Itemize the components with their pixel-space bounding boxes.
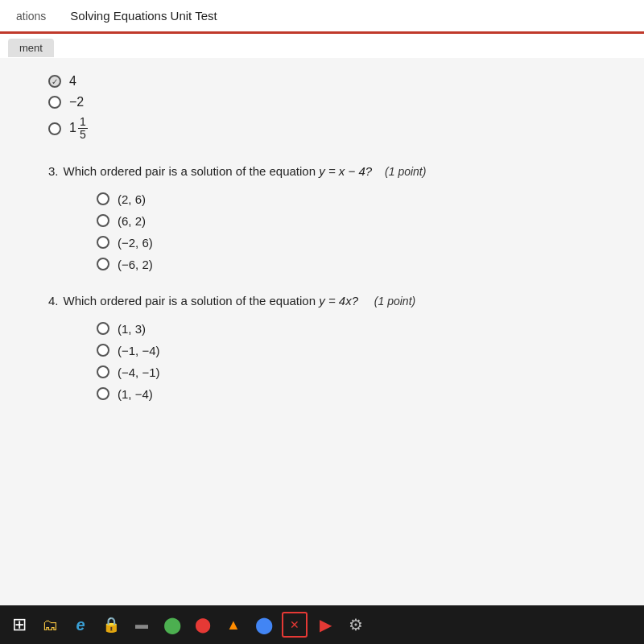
list-item[interactable]: −2	[48, 95, 596, 109]
radio-button[interactable]	[97, 365, 109, 378]
option-q3-c[interactable]: (−2, 6)	[97, 236, 596, 250]
previous-answers: ✓ 4 −2 1 1 5	[48, 74, 596, 142]
option-text: (−1, −4)	[118, 344, 160, 357]
option-q3-d[interactable]: (−6, 2)	[97, 258, 596, 271]
gear-icon[interactable]: ⚙	[343, 612, 369, 638]
question-3: 3. Which ordered pair is a solution of t…	[48, 164, 596, 271]
option-q3-a[interactable]: (2, 6)	[97, 192, 596, 206]
question-body: Which ordered pair is a solution of the …	[64, 294, 416, 308]
content-area: ✓ 4 −2 1 1 5 3. Which ordered pair is a …	[0, 58, 644, 630]
list-item[interactable]: 1 1 5	[48, 116, 596, 142]
radio-button[interactable]	[97, 214, 109, 227]
youtube-icon[interactable]: ▶	[312, 612, 338, 638]
option-text: (−2, 6)	[118, 236, 153, 250]
radio-button[interactable]	[97, 192, 109, 205]
option-q4-b[interactable]: (−1, −4)	[97, 344, 596, 357]
option-text: (1, 3)	[118, 322, 146, 336]
red-circle-icon[interactable]: ⬤	[190, 612, 216, 638]
option-q3-b[interactable]: (6, 2)	[97, 214, 596, 228]
numerator: 1	[78, 116, 88, 129]
denominator: 5	[78, 129, 88, 141]
radio-button[interactable]	[97, 322, 109, 335]
close-x-icon[interactable]: ✕	[282, 612, 308, 638]
answer-text: 1 1 5	[69, 116, 88, 142]
option-text: (6, 2)	[118, 214, 146, 228]
xbox-icon[interactable]: ⬤	[159, 612, 185, 638]
equation: y = x − 4?	[319, 164, 375, 178]
radio-button[interactable]	[97, 236, 109, 249]
point-label: (1 point)	[365, 295, 415, 308]
edge-icon[interactable]: e	[68, 612, 93, 638]
ment-tab[interactable]: ment	[8, 39, 54, 57]
question-4-text: 4. Which ordered pair is a solution of t…	[48, 294, 596, 308]
option-text: (2, 6)	[118, 192, 146, 206]
option-text: (1, −4)	[118, 387, 153, 401]
point-label: (1 point)	[378, 165, 426, 178]
question-4: 4. Which ordered pair is a solution of t…	[48, 294, 596, 401]
question-body: Which ordered pair is a solution of the …	[64, 164, 427, 178]
option-q4-c[interactable]: (−4, −1)	[97, 365, 596, 379]
triangle-icon[interactable]: ▲	[221, 612, 246, 638]
answer-text: 4	[69, 74, 76, 89]
lock-icon[interactable]: 🔒	[98, 612, 124, 638]
option-q4-d[interactable]: (1, −4)	[97, 387, 596, 401]
equation: y = 4x?	[319, 294, 361, 308]
radio-button[interactable]	[97, 258, 109, 270]
option-text: (−6, 2)	[118, 258, 153, 271]
radio-button[interactable]	[48, 122, 61, 135]
radio-button[interactable]	[48, 96, 61, 109]
top-strip: ment	[0, 34, 644, 58]
page-title: Solving Equations Unit Test	[70, 9, 217, 23]
question-3-text: 3. Which ordered pair is a solution of t…	[48, 164, 596, 178]
list-item: ✓ 4	[48, 74, 596, 89]
answer-text: −2	[69, 95, 84, 109]
option-q4-a[interactable]: (1, 3)	[97, 322, 596, 336]
checkmark-icon: ✓	[48, 75, 61, 88]
radio-button[interactable]	[97, 344, 109, 357]
chrome-icon[interactable]: ⬤	[251, 612, 277, 638]
taskbar: ⊞ 🗂 e 🔒 ▬ ⬤ ⬤ ▲ ⬤ ✕ ▶ ⚙	[0, 605, 644, 644]
terminal-icon[interactable]: ▬	[129, 612, 155, 638]
question-number: 4.	[48, 294, 59, 308]
option-text: (−4, −1)	[118, 365, 160, 379]
folder-icon[interactable]: 🗂	[37, 612, 63, 638]
options-list-q3: (2, 6) (6, 2) (−2, 6) (−6, 2)	[48, 192, 596, 271]
title-bar: ations Solving Equations Unit Test	[0, 0, 644, 34]
radio-button[interactable]	[97, 387, 109, 400]
windows-start-icon[interactable]: ⊞	[6, 612, 32, 638]
question-number: 3.	[48, 164, 59, 178]
options-list-q4: (1, 3) (−1, −4) (−4, −1) (1, −4)	[48, 322, 596, 401]
title-bar-left: ations	[16, 10, 46, 23]
fraction-display: 1 5	[78, 116, 88, 142]
